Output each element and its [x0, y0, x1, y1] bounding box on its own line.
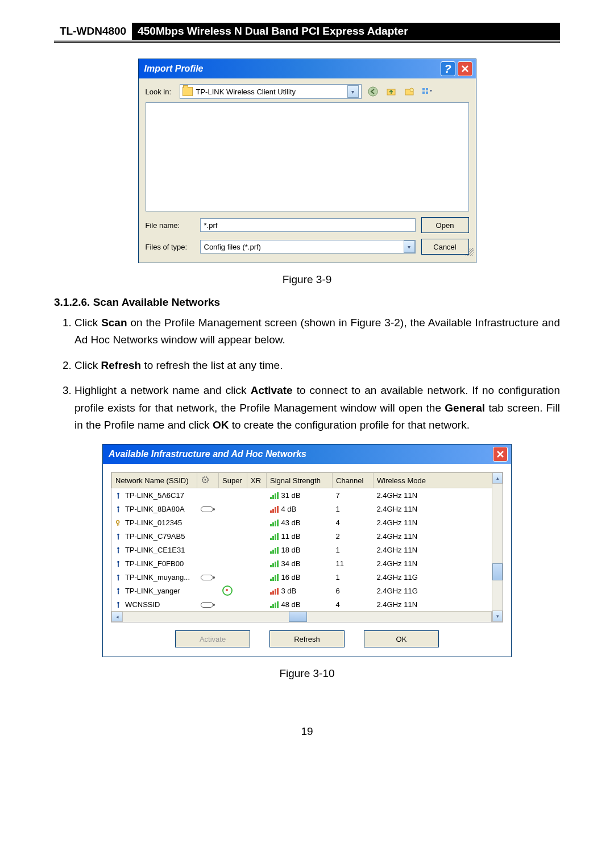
cell-channel: 1 [333, 570, 374, 584]
cell-signal: 43 dB [267, 516, 333, 529]
new-folder-button[interactable] [401, 84, 417, 99]
cell-channel: 4 [333, 597, 374, 611]
vertical-scrollbar[interactable]: ▴ ▾ [492, 472, 503, 622]
svg-rect-6 [422, 92, 425, 94]
cell-xr [247, 529, 267, 543]
cell-security [197, 543, 219, 556]
page-number: 19 [54, 725, 560, 738]
cell-channel: 7 [333, 488, 374, 502]
col-mode[interactable]: Wireless Mode [374, 473, 503, 488]
filename-input[interactable]: *.prf [200, 218, 416, 232]
svg-point-13 [117, 534, 119, 535]
lookin-value: TP-LINK Wireless Client Utility [196, 88, 296, 96]
col-security-icon[interactable] [197, 473, 219, 488]
cell-security [197, 516, 219, 529]
scroll-left-icon[interactable]: ◂ [111, 612, 123, 622]
back-button[interactable] [365, 84, 381, 99]
cell-super [219, 488, 247, 502]
col-ssid[interactable]: Network Name (SSID) [112, 473, 197, 488]
cell-xr [247, 502, 267, 516]
column-headers[interactable]: Network Name (SSID) Super XR Signal Stre… [112, 473, 503, 488]
svg-point-3 [410, 88, 413, 92]
section-heading: 3.1.2.6. Scan Available Networks [54, 296, 560, 309]
horizontal-scrollbar[interactable]: ◂ ▸ [111, 611, 503, 622]
network-row[interactable]: TP-LINK_8BA80A4 dB12.4GHz 11N [112, 502, 503, 516]
lookin-dropdown[interactable]: TP-LINK Wireless Client Utility ▾ [180, 84, 362, 99]
close-button[interactable] [458, 61, 472, 76]
cell-channel: 1 [333, 502, 374, 516]
col-channel[interactable]: Channel [333, 473, 374, 488]
network-row[interactable]: TP-LINK_C79AB511 dB22.4GHz 11N [112, 529, 503, 543]
up-folder-button[interactable] [383, 84, 399, 99]
cell-security [197, 502, 219, 516]
file-list-area[interactable] [146, 102, 469, 211]
network-row[interactable]: TP-LINK_01234543 dB42.4GHz 11N [112, 516, 503, 529]
cell-channel: 11 [333, 556, 374, 570]
network-row[interactable]: TP-LINK_yanger3 dB62.4GHz 11G [112, 584, 503, 597]
cell-signal: 34 dB [267, 556, 333, 570]
cell-xr [247, 570, 267, 584]
cancel-button[interactable]: Cancel [421, 239, 469, 255]
chevron-down-icon[interactable]: ▾ [404, 240, 415, 253]
ok-button[interactable]: OK [364, 630, 439, 647]
network-row[interactable]: TP-LINK_CE1E3118 dB12.4GHz 11N [112, 543, 503, 556]
network-row[interactable]: WCNSSID48 dB42.4GHz 11N [112, 597, 503, 611]
svg-rect-7 [426, 92, 428, 94]
signal-bars-icon [270, 601, 279, 608]
signal-bars-icon [270, 560, 279, 567]
signal-bars-icon [270, 574, 279, 581]
cell-channel: 6 [333, 584, 374, 597]
super-mode-icon [222, 585, 233, 596]
cell-mode: 2.4GHz 11N [374, 543, 503, 556]
cell-security [197, 488, 219, 502]
view-menu-button[interactable] [420, 84, 435, 99]
infrastructure-icon [115, 601, 121, 608]
cell-super [219, 584, 247, 597]
col-signal[interactable]: Signal Strength [267, 473, 333, 488]
svg-point-0 [368, 87, 377, 96]
network-row[interactable]: TP-LINK_muyang...16 dB12.4GHz 11G [112, 570, 503, 584]
cell-mode: 2.4GHz 11N [374, 597, 503, 611]
lookin-label: Look in: [146, 88, 176, 96]
svg-point-9 [205, 479, 206, 480]
signal-bars-icon [270, 547, 279, 554]
gear-icon [201, 476, 210, 484]
cell-xr [247, 584, 267, 597]
cell-mode: 2.4GHz 11N [374, 556, 503, 570]
filetype-label: Files of type: [146, 243, 194, 251]
network-row[interactable]: TP-LINK_5A6C1731 dB72.4GHz 11N [112, 488, 503, 502]
close-icon [496, 450, 504, 458]
cell-security [197, 529, 219, 543]
cell-super [219, 502, 247, 516]
scroll-thumb[interactable] [492, 563, 503, 580]
instruction-list: Click Scan on the Profile Management scr… [54, 314, 560, 434]
cell-security [197, 584, 219, 597]
help-button[interactable]: ? [441, 61, 455, 76]
cell-xr [247, 543, 267, 556]
activate-button[interactable]: Activate [175, 630, 250, 647]
cell-signal: 11 dB [267, 529, 333, 543]
scroll-down-icon[interactable]: ▾ [492, 610, 503, 622]
dialog-titlebar[interactable]: Import Profile ? [139, 59, 476, 78]
cell-super [219, 556, 247, 570]
chevron-down-icon[interactable]: ▾ [347, 85, 359, 98]
signal-bars-icon [270, 588, 279, 595]
infrastructure-icon [115, 547, 121, 554]
close-button[interactable] [493, 447, 508, 462]
cell-ssid: WCNSSID [112, 597, 197, 611]
scroll-up-icon[interactable]: ▴ [492, 472, 503, 484]
dialog-titlebar[interactable]: Available Infrastructure and Ad Hoc Netw… [103, 445, 511, 464]
open-button[interactable]: Open [421, 217, 469, 233]
scroll-thumb[interactable] [289, 612, 307, 622]
svg-point-16 [117, 575, 119, 576]
col-super[interactable]: Super [219, 473, 247, 488]
step-2: Click Refresh to refresh the list at any… [74, 357, 560, 374]
refresh-button[interactable]: Refresh [269, 630, 345, 647]
cell-super [219, 516, 247, 529]
wep-icon [201, 602, 213, 608]
figure-caption: Figure 3-9 [54, 273, 560, 286]
network-row[interactable]: TP-LINK_F0FB0034 dB112.4GHz 11N [112, 556, 503, 570]
col-xr[interactable]: XR [247, 473, 267, 488]
network-listview[interactable]: Network Name (SSID) Super XR Signal Stre… [111, 472, 503, 622]
filetype-dropdown[interactable]: Config files (*.prf) ▾ [200, 240, 416, 254]
